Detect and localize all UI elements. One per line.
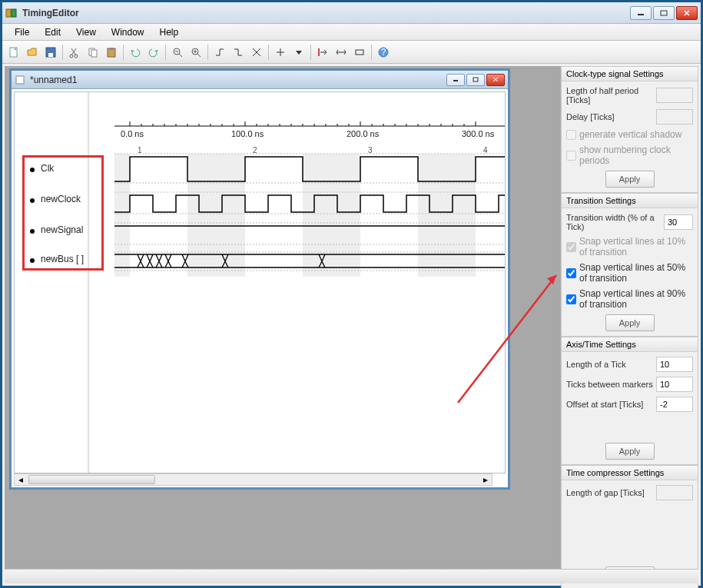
apply-button[interactable]: Apply [605,171,655,188]
toolbar-separator [268,45,269,60]
open-icon[interactable] [24,44,41,61]
menubar: File Edit View Window Help [2,24,701,41]
apply-button[interactable]: Apply [605,443,655,460]
snap50-label: Snap vertical lines at 50% of transition [579,262,693,284]
snap90-checkbox[interactable] [566,294,576,304]
doc-minimize-button[interactable] [446,74,465,86]
scroll-right-icon[interactable]: ▸ [479,474,492,485]
toolbar-separator [207,45,208,60]
minimize-button[interactable] [630,6,652,20]
tick-label: 200.0 ns [347,129,379,138]
svg-rect-31 [356,50,363,55]
plus-icon[interactable] [272,44,289,61]
client-area: *unnamed1 [5,66,698,569]
snap50-checkbox[interactable] [566,268,576,278]
align-left-icon[interactable] [314,44,331,61]
cut-icon[interactable] [66,44,83,61]
ticks-between-input[interactable] [656,377,693,392]
offset-input[interactable] [656,397,693,412]
zoom-in-icon[interactable] [187,44,204,61]
svg-line-21 [197,54,201,57]
gen-shadow-checkbox[interactable] [566,130,576,140]
titlebar[interactable]: TimingEditor [2,2,701,24]
cycle-number: 3 [368,146,373,154]
svg-line-87 [458,275,556,403]
panel-header: Time compressor Settings [562,466,698,480]
new-icon[interactable] [5,44,22,61]
svg-rect-14 [91,50,97,57]
toolbar-separator [123,45,124,60]
dropdown-icon[interactable] [290,44,307,61]
svg-rect-74 [303,154,360,277]
h-scrollbar[interactable]: ◂ ▸ [14,473,492,486]
app-icon [5,7,18,19]
toolbar-separator [371,45,372,60]
cycle-number: 2 [253,146,257,154]
paste-icon[interactable] [103,44,120,61]
half-period-input[interactable] [656,88,693,103]
svg-rect-3 [661,11,667,15]
document-titlebar[interactable]: *unnamed1 [12,71,508,89]
len-tick-input[interactable] [656,357,693,372]
toolbar-separator [310,45,311,60]
half-period-label: Legth of half period [Ticks] [566,86,653,105]
svg-line-18 [179,54,182,57]
undo-icon[interactable] [127,44,144,61]
svg-rect-75 [418,154,476,277]
trans-width-input[interactable] [664,214,693,230]
apply-button[interactable]: Apply [605,314,655,331]
doc-close-button[interactable] [486,74,505,86]
snap10-label: Snap vertical lines at 10% of transition [579,236,693,257]
rise-edge-icon[interactable] [211,44,228,61]
snap10-checkbox[interactable] [566,242,576,252]
menu-help[interactable]: Help [152,25,187,39]
svg-rect-34 [16,76,24,84]
axis-settings-panel: Axis/Time Settings Length of a Tick Tick… [561,337,698,465]
menu-file[interactable]: File [7,25,37,39]
doc-maximize-button[interactable] [466,74,485,86]
panel-header: Transition Settings [562,194,698,208]
svg-rect-1 [12,9,16,17]
show-num-checkbox[interactable] [566,151,576,161]
help-icon[interactable]: ? [375,44,392,61]
scroll-thumb[interactable] [28,475,155,484]
app-title: TimingEditor [22,8,630,18]
scroll-left-icon[interactable]: ◂ [15,474,27,485]
tick-label: 100.0 ns [231,129,264,138]
snap90-label: Snap vertical lines at 90% of transition [579,288,693,310]
close-button[interactable] [676,6,698,20]
menu-view[interactable]: View [68,25,104,39]
svg-rect-36 [473,78,478,81]
svg-rect-72 [114,154,130,277]
svg-rect-8 [48,53,53,57]
panel-header: Clock-type signal Settings [562,67,698,81]
fall-edge-icon[interactable] [230,44,247,61]
redo-icon[interactable] [145,44,162,61]
trans-width-label: Transition width (% of a Tick) [566,213,661,231]
save-icon[interactable] [42,44,59,61]
annotation-box [22,155,104,271]
document-title: *unnamed1 [30,75,446,85]
delay-label: Delay [Ticks] [566,112,653,121]
show-num-label: show numbering clock periods [579,145,693,166]
delay-input[interactable] [656,109,693,125]
copy-icon[interactable] [85,44,101,61]
transition-settings-panel: Transition Settings Transition width (% … [561,193,698,337]
gen-shadow-label: generate vertical shadow [579,129,681,140]
gap-input[interactable] [656,485,693,500]
h-arrows-icon[interactable] [333,44,350,61]
svg-rect-73 [187,154,245,277]
toolbar-separator [62,45,63,60]
menu-edit[interactable]: Edit [37,25,68,39]
len-tick-label: Length of a Tick [566,360,653,369]
maximize-button[interactable] [653,6,675,20]
zoom-out-icon[interactable] [169,44,186,61]
toolbar: ? [2,41,701,64]
settings-sidebar: Clock-type signal Settings Legth of half… [560,66,698,569]
tick-label: 0.0 ns [121,129,144,138]
menu-window[interactable]: Window [104,25,152,39]
panel-header: Axis/Time Settings [562,337,698,352]
rect-icon[interactable] [351,44,368,61]
document-icon [15,75,25,85]
cross-icon[interactable] [248,44,265,61]
